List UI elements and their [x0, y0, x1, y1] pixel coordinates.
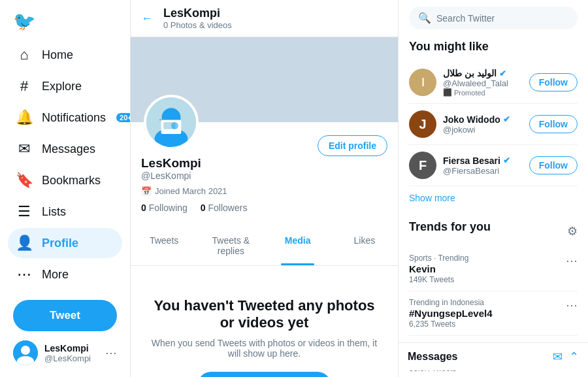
profile-icon: 👤: [16, 235, 33, 252]
empty-description: When you send Tweets with photos or vide…: [150, 338, 378, 359]
profile-joined: 📅 Joined March 2021: [141, 186, 387, 196]
sidebar-item-label-home: Home: [42, 48, 73, 62]
account-dots-icon[interactable]: ⋯: [105, 346, 117, 360]
cover-photo-section: Edit profile: [131, 37, 398, 122]
profile-name: LesKompi: [141, 156, 387, 171]
follow-button-fiersa[interactable]: Follow: [529, 156, 578, 174]
sidebar-item-profile[interactable]: 👤 Profile: [8, 228, 122, 258]
profile-header-bar: ← LesKompi 0 Photos & videos: [131, 0, 398, 37]
notifications-icon: 🔔: [16, 109, 33, 126]
you-might-like-section: You might like ا الوليد بن طلال ✔ @Alwal…: [409, 40, 578, 210]
profile-avatar: [144, 95, 199, 150]
sidebar-item-lists[interactable]: ☰ Lists: [8, 197, 122, 227]
trend-count-kevin: 149K Tweets: [409, 275, 468, 284]
gear-icon[interactable]: ⚙: [567, 224, 578, 238]
search-input[interactable]: [436, 13, 568, 24]
sidebar-item-home[interactable]: ⌂ Home: [8, 40, 122, 70]
tab-likes[interactable]: Likes: [331, 226, 398, 265]
tab-tweets[interactable]: Tweets: [131, 226, 197, 265]
home-icon: ⌂: [16, 46, 33, 63]
trend-info-nyungsep: Trending in Indonesia #NyungsepLevel4 6,…: [409, 298, 493, 329]
trend-info-kevin: Sports · Trending Kevin 149K Tweets: [409, 254, 468, 284]
suggest-name-fiersa: Fiersa Besari ✔: [443, 156, 523, 166]
show-more-link[interactable]: Show more: [409, 186, 578, 210]
follow-button-jokowi[interactable]: Follow: [529, 115, 578, 133]
suggestion-alwaleed: ا الوليد بن طلال ✔ @Alwaleed_Talal ⬛ Pro…: [409, 61, 578, 104]
search-icon: 🔍: [418, 12, 431, 24]
sidebar: 🐦 ⌂ Home # Explore 🔔 Notifications 20+ ✉…: [0, 0, 131, 377]
tab-tweets-replies[interactable]: Tweets & replies: [197, 226, 264, 265]
sidebar-item-notifications[interactable]: 🔔 Notifications 20+: [8, 103, 122, 133]
trend-context-kevin: Sports · Trending: [409, 254, 468, 263]
user-account-button[interactable]: LesKompi @LesKompi ⋯: [8, 334, 122, 372]
cover-photo: [131, 37, 398, 122]
trends-title: Trends for you: [409, 220, 491, 234]
sidebar-item-messages[interactable]: ✉ Messages: [8, 134, 122, 164]
sidebar-item-label-bookmarks: Bookmarks: [42, 174, 101, 188]
collapse-messages-icon[interactable]: ⌃: [569, 350, 579, 364]
twitter-logo: 🐦: [13, 10, 122, 32]
suggest-name-jokowi: Joko Widodo ✔: [443, 114, 523, 125]
suggestion-jokowi: J Joko Widodo ✔ @jokowi Follow: [409, 104, 578, 145]
suggest-handle-alwaleed: @Alwaleed_Talal: [443, 78, 523, 88]
followers-stat[interactable]: 0 Followers: [201, 203, 248, 213]
suggest-handle-jokowi: @jokowi: [443, 125, 523, 135]
tab-media[interactable]: Media: [265, 226, 331, 265]
search-box: 🔍: [409, 7, 578, 29]
verified-icon-jokowi: ✔: [503, 114, 510, 124]
following-stat[interactable]: 0 Following: [141, 203, 188, 213]
calendar-icon: 📅: [141, 186, 152, 196]
profile-avatar-wrapper: [144, 95, 199, 150]
suggest-info-jokowi: Joko Widodo ✔ @jokowi: [443, 114, 523, 135]
empty-title: You haven't Tweeted any photos or videos…: [150, 297, 378, 331]
main-content: ← LesKompi 0 Photos & videos Edit profil…: [131, 0, 399, 377]
more-icon: ⋯: [16, 266, 33, 283]
promoted-label: ⬛ Promoted: [443, 88, 523, 97]
suggest-avatar-jokowi: J: [409, 110, 436, 138]
empty-media-state: You haven't Tweeted any photos or videos…: [131, 266, 398, 377]
sidebar-item-label-profile: Profile: [42, 237, 78, 250]
header-title-block: LesKompi 0 Photos & videos: [163, 7, 232, 30]
compose-message-icon[interactable]: ✉: [553, 350, 563, 364]
suggest-name-alwaleed: الوليد بن طلال ✔: [443, 68, 523, 78]
edit-profile-button[interactable]: Edit profile: [318, 135, 387, 156]
sidebar-item-label-notifications: Notifications: [42, 111, 106, 125]
back-button[interactable]: ←: [141, 12, 153, 25]
trend-dots-icon-kevin[interactable]: ⋯: [566, 254, 578, 268]
page-subtitle: 0 Photos & videos: [163, 20, 232, 30]
profile-tabs: Tweets Tweets & replies Media Likes: [131, 226, 398, 266]
sidebar-item-explore[interactable]: # Explore: [8, 71, 122, 101]
suggest-info-fiersa: Fiersa Besari ✔ @FiersaBesari: [443, 156, 523, 176]
profile-stats: 0 Following 0 Followers: [141, 203, 387, 213]
sidebar-item-bookmarks[interactable]: 🔖 Bookmarks: [8, 165, 122, 195]
sidebar-item-label-messages: Messages: [42, 142, 95, 156]
messages-icons: ✉ ⌃: [553, 350, 579, 364]
tweet-button[interactable]: Tweet: [13, 300, 117, 331]
messages-icon: ✉: [16, 140, 33, 157]
trend-nyungsep[interactable]: Trending in Indonesia #NyungsepLevel4 6,…: [409, 291, 578, 336]
follow-button-alwaleed[interactable]: Follow: [529, 73, 578, 91]
suggest-avatar-alwaleed: ا: [409, 69, 436, 96]
notification-badge: 20+: [116, 113, 131, 122]
profile-handle: @LesKompi: [141, 171, 387, 181]
user-name: LesKompi: [44, 343, 99, 353]
sidebar-item-label-lists: Lists: [42, 205, 66, 219]
suggest-avatar-fiersa: F: [409, 152, 436, 179]
sidebar-item-more[interactable]: ⋯ More: [8, 259, 122, 289]
verified-icon-fiersa: ✔: [503, 156, 510, 165]
suggest-handle-fiersa: @FiersaBesari: [443, 166, 523, 176]
messages-bar: Messages ✉ ⌃: [399, 342, 588, 370]
user-handle: @LesKompi: [44, 353, 99, 363]
svg-point-8: [171, 122, 178, 129]
explore-icon: #: [16, 78, 33, 95]
trend-context-nyungsep: Trending in Indonesia: [409, 298, 493, 307]
trend-dots-icon-nyungsep[interactable]: ⋯: [566, 298, 578, 312]
tweet-photo-button[interactable]: Tweet a photo or video: [198, 372, 330, 377]
trend-name-kevin: Kevin: [409, 263, 468, 274]
sidebar-item-label-more: More: [42, 268, 69, 282]
you-might-like-title: You might like: [409, 40, 578, 54]
suggestion-fiersa: F Fiersa Besari ✔ @FiersaBesari Follow: [409, 145, 578, 186]
trend-count-nyungsep: 6,235 Tweets: [409, 320, 493, 329]
trend-kevin[interactable]: Sports · Trending Kevin 149K Tweets ⋯: [409, 247, 578, 291]
trend-name-nyungsep: #NyungsepLevel4: [409, 308, 493, 319]
